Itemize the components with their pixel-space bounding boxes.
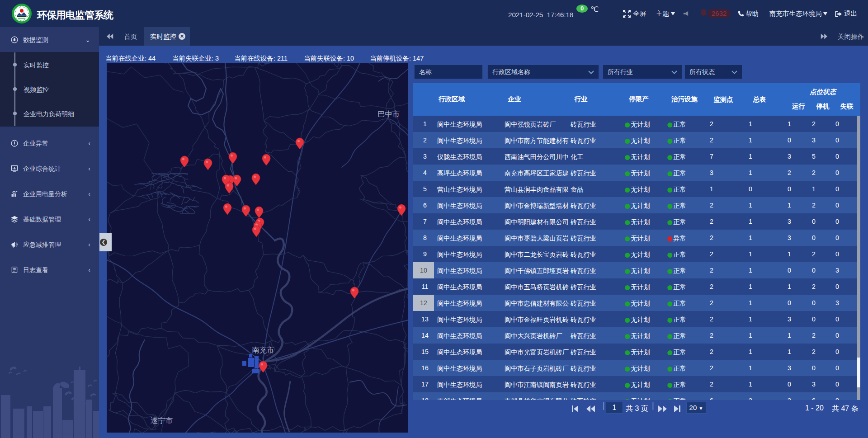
svg-text:巴中市: 巴中市: [377, 110, 400, 118]
svg-text:遂宁市: 遂宁市: [151, 416, 173, 424]
svg-text:南充市: 南充市: [252, 346, 274, 354]
